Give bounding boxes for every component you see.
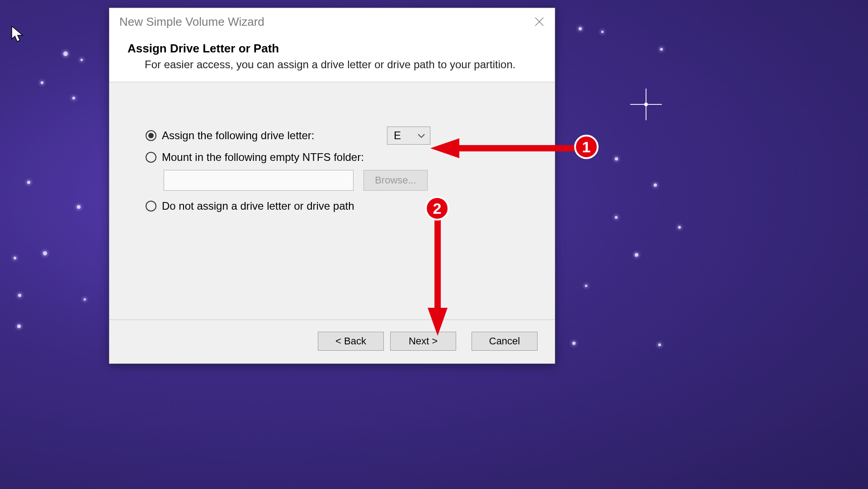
close-button[interactable] [532, 14, 547, 29]
back-button[interactable]: < Back [318, 332, 384, 351]
page-heading: Assign Drive Letter or Path [127, 42, 545, 56]
option-assign-letter-row: Assign the following drive letter: E [146, 127, 430, 145]
radio-assign-letter[interactable] [146, 130, 156, 141]
option-mount-folder-label: Mount in the following empty NTFS folder… [162, 151, 364, 164]
svg-marker-6 [430, 138, 459, 158]
body-section: Assign the following drive letter: E Mou… [109, 82, 555, 320]
drive-letter-value: E [394, 129, 401, 142]
svg-marker-8 [428, 308, 448, 336]
mount-path-input[interactable] [164, 170, 354, 191]
radio-no-assign[interactable] [146, 201, 156, 212]
option-assign-letter-label: Assign the following drive letter: [162, 129, 315, 142]
annotation-badge-2: 2 [425, 196, 449, 221]
page-subheading: For easier access, you can assign a driv… [127, 58, 545, 71]
drive-letter-select[interactable]: E [387, 127, 430, 145]
header-section: Assign Drive Letter or Path For easier a… [109, 33, 555, 82]
annotation-arrow-1 [430, 136, 580, 162]
radio-mount-folder[interactable] [146, 152, 156, 163]
browse-button: Browse... [363, 170, 428, 191]
footer-buttons: < Back Next > Cancel [109, 320, 555, 363]
svg-point-2 [644, 103, 648, 106]
annotation-arrow-2 [424, 219, 451, 339]
titlebar: New Simple Volume Wizard [109, 8, 555, 33]
cancel-button[interactable]: Cancel [472, 332, 538, 351]
cursor-pointer-icon [11, 25, 25, 45]
close-icon [534, 17, 544, 27]
chevron-down-icon [417, 133, 425, 138]
annotation-badge-1: 1 [574, 135, 599, 159]
option-none-row: Do not assign a drive letter or drive pa… [146, 200, 528, 212]
option-no-assign-label: Do not assign a drive letter or drive pa… [162, 200, 354, 212]
wizard-dialog: New Simple Volume Wizard Assign Drive Le… [109, 8, 555, 364]
dialog-title: New Simple Volume Wizard [119, 15, 264, 29]
